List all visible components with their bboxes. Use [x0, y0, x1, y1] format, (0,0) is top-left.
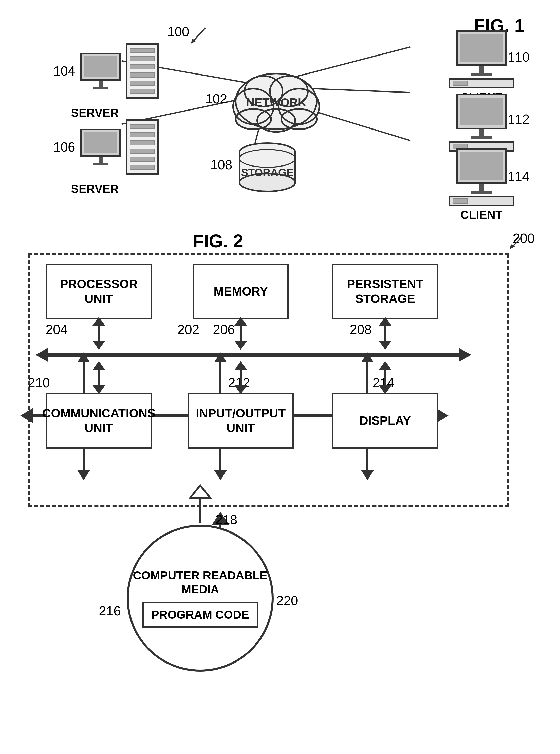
ref-100: 100	[167, 24, 189, 39]
memory-box: MEMORY	[193, 263, 289, 319]
display-box: DISPLAY	[332, 393, 438, 449]
program-code-label: PROGRAM CODE	[151, 608, 249, 622]
ref-112: 112	[507, 112, 529, 127]
server1-tower	[126, 43, 159, 99]
ref-216: 216	[99, 603, 121, 618]
fig2-title: FIG. 2	[193, 231, 243, 252]
ref-212: 212	[228, 375, 250, 390]
server2-group: 106	[53, 119, 159, 175]
server2-tower	[126, 119, 159, 175]
client110-group: CLIENT	[448, 31, 514, 104]
ref-204: 204	[46, 322, 68, 337]
svg-text:NETWORK: NETWORK	[246, 96, 306, 109]
processor-unit-box: PROCESSOR UNIT	[46, 263, 152, 319]
display-label: DISPLAY	[359, 413, 411, 428]
ref-210: 210	[28, 375, 50, 390]
ref-220: 220	[276, 593, 298, 608]
processor-unit-label: PROCESSOR UNIT	[47, 277, 151, 306]
ref-102: 102	[205, 91, 227, 106]
page: FIG. 1 100 104	[0, 0, 560, 754]
ref-218: 218	[215, 512, 237, 527]
persistent-storage-box: PERSISTENT STORAGE	[332, 263, 438, 319]
svg-text:STORAGE: STORAGE	[241, 166, 294, 178]
ref-108: 108	[210, 157, 232, 172]
ref-208: 208	[350, 322, 372, 337]
server1-group: 104	[53, 43, 159, 99]
program-code-box: PROGRAM CODE	[142, 602, 258, 628]
storage-group: 108 STORAGE	[238, 142, 297, 194]
server1-label: SERVER	[71, 106, 119, 120]
persistent-storage-label: PERSISTENT STORAGE	[334, 277, 437, 306]
ref-104: 104	[53, 63, 75, 79]
computer-readable-media-circle: COMPUTER READABLE MEDIA PROGRAM CODE	[127, 524, 274, 672]
svg-line-30	[193, 28, 205, 42]
ref-114: 114	[507, 168, 529, 184]
server2-label: SERVER	[71, 182, 119, 196]
input-output-unit-box: INPUT/OUTPUT UNIT	[187, 393, 294, 449]
storage-svg: STORAGE	[238, 142, 297, 193]
svg-line-59	[512, 237, 522, 247]
ref-106: 106	[53, 139, 75, 155]
client114-label: CLIENT	[460, 208, 502, 222]
ref-100-arrow	[187, 25, 208, 46]
computer-readable-media-label: COMPUTER READABLE MEDIA	[129, 569, 272, 596]
input-output-unit-label: INPUT/OUTPUT UNIT	[189, 406, 293, 435]
network-cloud: NETWORK 102	[228, 66, 324, 138]
ref-202: 202	[177, 322, 199, 337]
cloud-svg: NETWORK	[228, 66, 324, 137]
fig1-container: FIG. 1 100 104	[20, 10, 540, 218]
communications-unit-label: COMMUNICATIONS UNIT	[42, 406, 155, 435]
client114-group: CLIENT	[448, 148, 514, 222]
ref-206: 206	[213, 322, 235, 337]
communications-unit-box: COMMUNICATIONS UNIT	[46, 393, 152, 449]
ref-214: 214	[373, 375, 395, 390]
ref-110: 110	[507, 49, 529, 65]
memory-label: MEMORY	[214, 284, 268, 299]
ref-200-arrow	[502, 232, 540, 252]
